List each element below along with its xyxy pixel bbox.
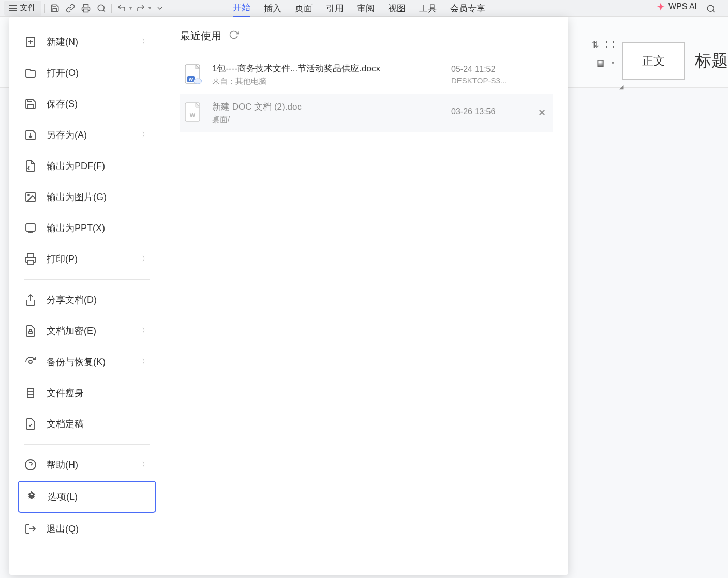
menu-options-label: 选项(L): [48, 491, 78, 503]
menu-finalize-label: 文档定稿: [47, 418, 84, 430]
menu-share[interactable]: 分享文档(D): [18, 285, 156, 315]
help-icon: [24, 458, 37, 471]
menu-encrypt-label: 文档加密(E): [47, 325, 96, 337]
file-date: 05-24 11:52: [451, 65, 529, 74]
svg-text:W: W: [190, 112, 196, 118]
svg-point-30: [194, 79, 202, 84]
saveas-icon: [24, 128, 37, 142]
chevron-right-icon: 〉: [142, 326, 149, 336]
file-meta: 03-26 13:56: [451, 107, 529, 118]
close-icon[interactable]: ✕: [538, 107, 548, 118]
menu-exit[interactable]: 退出(Q): [18, 514, 156, 544]
save-menu-icon: [24, 97, 37, 111]
menu-save[interactable]: 保存(S): [18, 89, 156, 119]
encrypt-icon: [24, 324, 37, 338]
file-name: 新建 DOC 文档 (2).doc: [212, 101, 442, 113]
recent-files-panel: 最近使用 W 1包----商务技术文件...节活动奖品供应.docx 来自：其他…: [165, 17, 568, 575]
svg-rect-16: [29, 331, 32, 334]
file-meta: 05-24 11:52 DESKTOP-S3...: [451, 65, 529, 85]
menu-divider: [24, 279, 150, 280]
svg-marker-24: [28, 492, 35, 498]
menu-finalize[interactable]: 文档定稿: [18, 409, 156, 439]
menu-export-image-label: 输出为图片(G): [47, 191, 107, 203]
menu-print[interactable]: 打印(P) 〉: [18, 244, 156, 274]
menu-backup-label: 备份与恢复(K): [47, 356, 106, 368]
exit-icon: [24, 522, 37, 536]
menu-slim[interactable]: 文件瘦身: [18, 378, 156, 408]
menu-save-label: 保存(S): [47, 98, 78, 110]
chevron-right-icon: 〉: [142, 130, 149, 140]
menu-divider: [24, 444, 150, 445]
menu-export-pdf-label: 输出为PDF(F): [47, 160, 105, 172]
menu-saveas[interactable]: 另存为(A) 〉: [18, 120, 156, 150]
style-heading-label[interactable]: 标题: [695, 50, 728, 72]
menu-export-image[interactable]: 输出为图片(G): [18, 182, 156, 212]
tab-tools[interactable]: 工具: [419, 1, 437, 17]
recent-file-row[interactable]: W 1包----商务技术文件...节活动奖品供应.docx 来自：其他电脑 05…: [180, 55, 553, 94]
svg-line-4: [712, 10, 714, 12]
finalize-icon: [24, 417, 37, 431]
menu-open[interactable]: 打开(O): [18, 58, 156, 88]
options-icon: [25, 490, 38, 504]
svg-point-17: [29, 360, 32, 363]
doc-icon: W: [184, 102, 203, 124]
tab-member[interactable]: 会员专享: [450, 1, 485, 17]
menu-export-pdf[interactable]: 输出为PDF(F): [18, 151, 156, 181]
menu-backup[interactable]: 备份与恢复(K) 〉: [18, 347, 156, 377]
file-dropdown-panel: 新建(N) 〉 打开(O) 保存(S) 另存为(A) 〉: [9, 17, 568, 575]
menu-share-label: 分享文档(D): [47, 294, 97, 306]
style-normal-label: 正文: [642, 53, 665, 69]
chevron-right-icon: 〉: [142, 460, 149, 469]
file-device: DESKTOP-S3...: [451, 76, 529, 85]
menu-new[interactable]: 新建(N) 〉: [18, 27, 156, 57]
recent-file-row[interactable]: W 新建 DOC 文档 (2).doc 桌面/ 03-26 13:56 ✕: [180, 94, 553, 132]
tab-review[interactable]: 审阅: [357, 1, 375, 17]
sort-icon[interactable]: ⇅: [592, 40, 599, 50]
tab-start[interactable]: 开始: [233, 0, 250, 17]
grid-dropdown-caret[interactable]: ▾: [612, 60, 614, 66]
wps-ai-button[interactable]: WPS AI: [656, 2, 697, 11]
svg-rect-14: [27, 260, 34, 264]
file-source: 桌面/: [212, 115, 442, 125]
tab-insert[interactable]: 插入: [264, 1, 281, 17]
export-ppt-icon: [24, 221, 37, 235]
svg-text:W: W: [189, 77, 194, 82]
menu-encrypt[interactable]: 文档加密(E) 〉: [18, 316, 156, 346]
ribbon-tabs: 开始 插入 页面 引用 审阅 视图 工具 会员专享: [0, 0, 728, 17]
file-source: 来自：其他电脑: [212, 77, 442, 86]
ribbon-expand-icon[interactable]: ◢: [619, 84, 623, 90]
backup-icon: [24, 355, 37, 369]
tab-view[interactable]: 视图: [388, 1, 406, 17]
tab-reference[interactable]: 引用: [326, 1, 344, 17]
file-menu-sidebar: 新建(N) 〉 打开(O) 保存(S) 另存为(A) 〉: [9, 17, 165, 575]
menu-new-label: 新建(N): [47, 36, 78, 48]
menu-export-ppt-label: 输出为PPT(X): [47, 222, 105, 234]
file-date: 03-26 13:56: [451, 107, 529, 116]
svg-point-10: [28, 194, 29, 196]
chevron-right-icon: 〉: [142, 254, 149, 264]
menu-options[interactable]: 选项(L): [18, 481, 156, 513]
file-info: 1包----商务技术文件...节活动奖品供应.docx 来自：其他电脑: [212, 63, 442, 86]
file-name: 1包----商务技术文件...节活动奖品供应.docx: [212, 63, 442, 74]
wps-ai-logo-icon: [656, 2, 665, 11]
new-icon: [24, 35, 37, 49]
share-icon: [24, 293, 37, 307]
tab-page[interactable]: 页面: [295, 1, 313, 17]
svg-rect-18: [27, 388, 34, 398]
menu-print-label: 打印(P): [47, 253, 78, 265]
wps-ai-label: WPS AI: [668, 2, 697, 11]
refresh-icon[interactable]: [229, 29, 239, 42]
fit-icon[interactable]: ⛶: [606, 40, 614, 50]
search-icon[interactable]: [704, 2, 718, 16]
recent-file-list: W 1包----商务技术文件...节活动奖品供应.docx 来自：其他电脑 05…: [180, 55, 553, 132]
style-normal-button[interactable]: 正文: [622, 42, 685, 80]
menu-export-ppt[interactable]: 输出为PPT(X): [18, 213, 156, 243]
menu-help-label: 帮助(H): [47, 459, 78, 471]
svg-rect-11: [26, 224, 35, 231]
open-icon: [24, 66, 37, 80]
chevron-right-icon: 〉: [142, 357, 149, 367]
grid-icon[interactable]: ▦: [597, 58, 604, 68]
menu-open-label: 打开(O): [47, 67, 79, 79]
menu-slim-label: 文件瘦身: [47, 387, 84, 399]
menu-help[interactable]: 帮助(H) 〉: [18, 450, 156, 480]
